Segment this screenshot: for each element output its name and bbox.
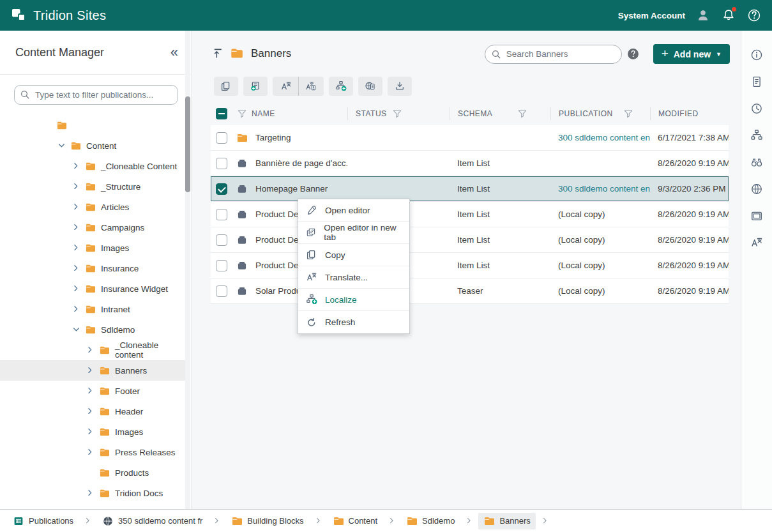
chevron-icon[interactable]: [71, 263, 81, 273]
preview-icon[interactable]: [750, 209, 763, 222]
filter-icon[interactable]: [392, 109, 402, 119]
chevron-icon[interactable]: [85, 386, 95, 396]
user-name[interactable]: System Account: [618, 11, 685, 20]
tree-item[interactable]: Video: [0, 503, 186, 509]
table-row[interactable]: Homepage Banner Item List 300 sdldemo co…: [211, 176, 729, 202]
tree-item[interactable]: Images: [0, 238, 186, 258]
tree-item[interactable]: _Structure: [0, 176, 186, 197]
chevron-icon[interactable]: [85, 447, 95, 457]
tree-item[interactable]: Intranet: [0, 299, 186, 319]
web-document-button[interactable]: [358, 77, 382, 96]
chevron-icon[interactable]: [85, 365, 95, 376]
tree-item[interactable]: Products: [0, 462, 186, 483]
chevron-icon[interactable]: [85, 488, 95, 498]
row-checkbox[interactable]: [216, 132, 227, 144]
chevron-icon[interactable]: [85, 406, 95, 416]
tree-item[interactable]: Tridion Docs: [0, 483, 186, 503]
breadcrumb-item[interactable]: Sdldemo: [401, 513, 460, 529]
collapse-sidebar-icon[interactable]: «: [170, 45, 178, 59]
tree-item[interactable]: Articles: [0, 197, 186, 217]
publication-filter-input[interactable]: [14, 85, 178, 105]
sidebar-scrollbar-thumb[interactable]: [185, 96, 190, 192]
row-checkbox[interactable]: [216, 260, 227, 271]
localize-button[interactable]: [329, 77, 353, 96]
bell-icon[interactable]: [721, 8, 736, 23]
tree-item[interactable]: _Cloneable content: [0, 340, 186, 360]
menu-item-open-editor[interactable]: Open editor: [298, 199, 409, 222]
column-header-status[interactable]: STATUS: [347, 107, 450, 120]
chevron-icon[interactable]: [71, 304, 81, 314]
search-input[interactable]: [485, 45, 622, 64]
translate-icon[interactable]: [750, 236, 763, 249]
tree-item[interactable]: Footer: [0, 381, 186, 401]
item-name[interactable]: Bannière de page d'acc...: [252, 158, 347, 168]
filter-icon[interactable]: [623, 109, 633, 119]
menu-item-copy[interactable]: Copy: [298, 244, 409, 266]
tree-item[interactable]: Header: [0, 401, 186, 422]
table-row[interactable]: Product Det Item List (Local copy) 8/26/…: [211, 202, 729, 227]
menu-item-translate[interactable]: Translate...: [298, 266, 409, 289]
column-header-name[interactable]: NAME: [252, 107, 347, 120]
menu-item-refresh[interactable]: Refresh: [298, 311, 409, 333]
table-row[interactable]: Solar Produ Teaser (Local copy) 8/26/202…: [211, 278, 729, 304]
globe-icon[interactable]: [750, 183, 763, 195]
translation-list-button[interactable]: [298, 77, 323, 96]
item-publication[interactable]: (Local copy): [550, 261, 650, 270]
tree-item[interactable]: [0, 115, 186, 135]
chevron-icon[interactable]: [71, 181, 81, 192]
item-name[interactable]: Targeting: [252, 133, 347, 142]
tree-item[interactable]: Content: [0, 135, 186, 156]
row-checkbox[interactable]: [216, 209, 227, 220]
column-header-schema[interactable]: SCHEMA: [450, 107, 550, 120]
chevron-icon[interactable]: [85, 427, 95, 437]
chevron-icon[interactable]: [71, 243, 81, 253]
navigate-up-icon[interactable]: [212, 47, 224, 59]
column-header-modified[interactable]: MODIFIED: [650, 107, 729, 120]
tree-item[interactable]: Insurance: [0, 258, 186, 278]
select-all-checkbox[interactable]: [216, 108, 227, 119]
chevron-icon[interactable]: [71, 202, 81, 212]
row-checkbox[interactable]: [216, 158, 227, 169]
item-publication[interactable]: 300 sdldemo content en...: [550, 184, 650, 194]
chevron-icon[interactable]: [56, 141, 66, 151]
chevron-icon[interactable]: [85, 345, 95, 355]
tree-item[interactable]: Insurance Widget: [0, 278, 186, 299]
tree-item[interactable]: Images: [0, 422, 186, 442]
breadcrumb-item[interactable]: Publications: [8, 513, 79, 529]
breadcrumb-item[interactable]: 350 sdldemo content fr: [97, 513, 208, 529]
chevron-icon[interactable]: [71, 161, 81, 171]
document-icon[interactable]: [750, 75, 763, 88]
help-icon[interactable]: [746, 8, 762, 23]
history-icon[interactable]: [750, 102, 763, 115]
table-row[interactable]: Product Det Item List (Local copy) 8/26/…: [211, 253, 729, 278]
user-icon[interactable]: [695, 8, 711, 23]
row-checkbox[interactable]: [216, 183, 227, 195]
add-new-button[interactable]: + Add new ▼: [653, 44, 730, 64]
breadcrumb-item[interactable]: Banners: [478, 513, 535, 529]
row-checkbox[interactable]: [216, 234, 227, 246]
tree-item[interactable]: Campaigns: [0, 217, 186, 238]
table-row[interactable]: Bannière de page d'acc... Item List 8/26…: [211, 151, 729, 176]
filter-icon[interactable]: [232, 107, 252, 120]
item-publication[interactable]: (Local copy): [550, 209, 650, 219]
chevron-icon[interactable]: [71, 324, 81, 335]
tree-item[interactable]: Press Releases: [0, 442, 186, 462]
table-row[interactable]: Targeting 300 sdldemo content en... 6/17…: [211, 125, 729, 151]
hierarchy-icon[interactable]: [750, 129, 763, 142]
copy-button[interactable]: [214, 77, 238, 96]
tree-item[interactable]: Banners: [0, 360, 186, 381]
row-checkbox[interactable]: [216, 285, 227, 297]
queue-add-button[interactable]: [243, 77, 268, 96]
column-header-publication[interactable]: PUBLICATION: [550, 107, 650, 120]
chevron-icon[interactable]: [71, 222, 81, 232]
table-row[interactable]: Product Det Item List (Local copy) 8/26/…: [211, 227, 729, 253]
tree-item[interactable]: Sdldemo: [0, 319, 186, 340]
info-icon[interactable]: [750, 49, 763, 61]
menu-item-localize[interactable]: Localize: [298, 289, 409, 311]
translate-button[interactable]: [273, 77, 298, 96]
item-publication[interactable]: (Local copy): [550, 286, 650, 296]
item-name[interactable]: Homepage Banner: [252, 184, 347, 194]
tree-item[interactable]: _Cloneable Content: [0, 156, 186, 176]
item-publication[interactable]: 300 sdldemo content en...: [550, 133, 650, 142]
item-publication[interactable]: (Local copy): [550, 235, 650, 245]
